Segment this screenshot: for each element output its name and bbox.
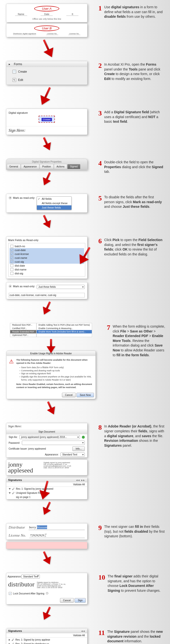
adobe-icon: ⚠ <box>9 358 14 366</box>
field-item: ✓cust-sig <box>10 260 84 264</box>
label-date: Date <box>40 13 53 16</box>
tab-general[interactable]: General <box>7 164 21 169</box>
expand-icon[interactable] <box>9 639 10 641</box>
step-text: Double-click the field to open the Prope… <box>104 160 165 174</box>
field-item: batch-no <box>10 244 84 248</box>
cancel-button[interactable]: Cancel <box>62 393 76 397</box>
arrow-icon <box>40 300 53 316</box>
step-number: 6 <box>98 238 102 257</box>
step-number: 3 <box>98 110 102 124</box>
forms-edit-button[interactable]: ✎Edit <box>7 76 86 84</box>
appearance-select[interactable]: Standard Text <box>60 452 85 457</box>
step-number: 4 <box>98 160 102 174</box>
arrow-icon <box>40 136 53 152</box>
forms-panel-header[interactable]: ▸ Forms <box>6 61 88 67</box>
form-preview-user-b: User B Distributor digital signature Lic… <box>6 23 88 37</box>
password-input[interactable] <box>22 440 85 445</box>
step-1: User A Name Date It Office use only belo… <box>0 0 170 57</box>
cert-ok-icon <box>82 436 85 439</box>
menu-certified[interactable]: Certified PDF... <box>10 326 36 330</box>
panel-toolbar-icons[interactable]: ◂◂ ▸▸ <box>76 479 86 482</box>
sign-document-dialog: Sign Here: Sign Document Sign As:jonny a… <box>6 423 88 458</box>
forms-create-button[interactable]: 📄Create <box>7 68 86 75</box>
field-item: dist-sig <box>10 272 84 275</box>
tab-signed[interactable]: Signed <box>67 164 80 169</box>
menu-enable-comment[interactable]: Enable Commenting & Measuring... <box>37 326 92 330</box>
excluded-fields-box: cust-date, cust-license, cust-name, cust… <box>9 293 85 298</box>
license-input[interactable]: 729292929 <box>30 533 85 538</box>
step-10: Appearance:Standard Text distributor Dig… <box>0 569 170 624</box>
user-a-label: User A <box>34 6 59 12</box>
sign-as-select[interactable]: jonny appleseed (jonny appleseed) 2018..… <box>20 435 80 439</box>
cancel-button[interactable]: Cancel <box>60 598 74 603</box>
disabled-field <box>6 542 88 549</box>
menu-cascade: Reduced Size PDF... Certified PDF... Rea… <box>10 323 92 337</box>
edit-icon: ✎ <box>12 78 16 82</box>
readonly-select[interactable]: Just these fields <box>37 285 85 289</box>
info-button[interactable]: Info... <box>72 446 85 451</box>
sign-button[interactable]: Sign <box>74 598 86 603</box>
step-text: The Signature panel shows the new signat… <box>107 630 165 644</box>
collapse-icon[interactable] <box>9 492 11 494</box>
enable-rights-dialog: Enable Usage Rights in Adobe Reader ⚠ Th… <box>6 351 96 399</box>
sign-here-label: Sign Here: <box>6 126 88 135</box>
step-text: To disable the fields after the first pe… <box>104 195 165 209</box>
mark-readonly-label: Mark as read-only: <box>13 285 35 288</box>
arrow-icon <box>40 86 53 102</box>
validate-all-button[interactable]: Validate All <box>73 483 85 486</box>
menu-optimized[interactable]: Optimized PDF... <box>10 334 36 337</box>
step-number: 5 <box>98 195 102 209</box>
field-item: ✓cust-license <box>10 252 84 256</box>
arrow-icon <box>40 606 53 622</box>
menu-reduced-size[interactable]: Reduced Size PDF... <box>10 323 36 326</box>
signatures-panel-final: Signatures◂◂ Validate All 🖊 Rev. 1: Sign… <box>6 628 88 644</box>
step-2: ▸ Forms 📄Create ✎Edit 2 In Acrobat XI Pr… <box>0 57 170 105</box>
field-item: dist-name <box>10 268 84 272</box>
field-item: ✓cust-name <box>10 256 84 260</box>
mark-readonly-panel: Mark as read-only: All fields All fields… <box>6 194 88 213</box>
field-selection-dialog: Mark Fields as Read-only batch-no ✓cust-… <box>6 236 88 279</box>
dialog-title: Mark Fields as Read-only <box>8 239 86 242</box>
panel-toolbar-icons[interactable]: ◂◂ <box>81 630 85 632</box>
menu-enable-text[interactable]: Enable Adding Text in PDFs (that are not… <box>37 323 92 326</box>
final-sign-dialog: Appearance:Standard Text distributor Dig… <box>6 573 88 604</box>
arrow-icon <box>40 38 53 54</box>
validate-all-button[interactable]: Validate All <box>73 634 85 637</box>
option-all-except[interactable]: All fields except these <box>37 201 72 205</box>
radio-mark-readonly[interactable] <box>9 196 12 199</box>
readonly-dropdown[interactable]: All fields All fields except these Just … <box>37 196 72 210</box>
arrow-icon <box>45 400 58 416</box>
lock-checkbox[interactable]: ✓ <box>9 592 12 595</box>
radio-mark-readonly[interactable] <box>9 285 12 288</box>
label-name: Name <box>15 13 27 16</box>
step-text: In Acrobat XI Pro, open the Forms panel … <box>104 62 165 81</box>
expand-icon[interactable] <box>9 643 10 644</box>
step-6: Mark Fields as Read-only batch-no ✓cust-… <box>0 233 170 319</box>
tab-position[interactable]: Position <box>40 164 54 169</box>
tab-actions[interactable]: Actions <box>54 164 67 169</box>
info-icon[interactable]: ⓘ <box>46 592 48 595</box>
menu-reader-extended[interactable]: Reader Extended PDF <box>10 330 36 334</box>
step-number: 10 <box>98 574 105 593</box>
distributor-fields: Distributor berry blossom License No. 72… <box>6 523 88 540</box>
step-text: In Adobe Reader (or Acrobat), the first … <box>104 424 165 448</box>
step-5: Mark as read-only: All fields All fields… <box>0 190 170 233</box>
save-now-button[interactable]: Save Now <box>76 393 94 397</box>
step-7: Reduced Size PDF... Certified PDF... Rea… <box>0 319 170 419</box>
review-panel: Mark as read-only: Just these fields cus… <box>6 282 88 299</box>
option-all-fields[interactable]: All fields <box>37 196 72 201</box>
menu-enable-more-tools[interactable]: Enable More Tools (includes form fill-in… <box>37 330 92 334</box>
step-number: 9 <box>98 524 102 539</box>
step-4: Digital Signature Properties General App… <box>0 155 170 190</box>
signature-render: jonny appleseed Digitally signed by jonn… <box>6 460 88 475</box>
field-item: dist-date <box>10 264 84 268</box>
tab-appearance[interactable]: Appearance <box>21 164 39 169</box>
collapse-icon[interactable] <box>9 488 11 490</box>
signature-field-box[interactable]: Crosser <box>38 116 55 123</box>
appearance-select[interactable]: Standard Text <box>21 574 40 579</box>
step-number: 7 <box>107 324 110 358</box>
option-just-these[interactable]: Just these fields <box>37 205 72 210</box>
dialog-title: Sign Document <box>6 429 88 434</box>
step-number: 1 <box>98 5 102 19</box>
distributor-input[interactable]: berry blossom <box>29 525 85 530</box>
